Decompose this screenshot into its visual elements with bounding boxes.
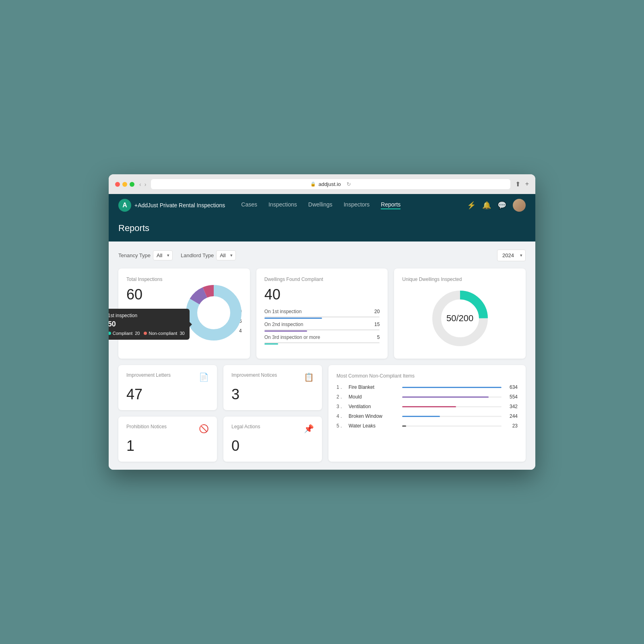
bell-icon[interactable]: 🔔 xyxy=(482,201,491,210)
dwellings-compliant-card: Dwellings Found Compliant 40 On 1st insp… xyxy=(256,268,388,359)
tooltip-compliant-label: Compliant xyxy=(113,331,133,336)
tooltip-non-compliant-value: 30 xyxy=(180,331,184,336)
non-compliant-label: Most Common Non-Compliant Items xyxy=(336,373,518,379)
unique-dwellings-card: Unique Dwellings Inspected 50/200 xyxy=(394,268,526,359)
dw-row-2nd-count: 15 xyxy=(374,322,380,327)
dw-row-3rd-label: On 3rd inspection or more xyxy=(264,334,320,340)
nc-count-3: 342 xyxy=(506,404,518,409)
tenancy-type-filter: Tenancy Type All xyxy=(118,250,173,260)
nav-cases[interactable]: Cases xyxy=(241,201,257,209)
nc-name-1: Fire Blanket xyxy=(349,384,398,390)
dw-row-2nd-label: On 2nd inspection xyxy=(264,322,303,327)
donut-svg xyxy=(182,281,246,345)
back-button[interactable]: ‹ xyxy=(139,181,141,188)
brand: A +AddJust Private Rental Inspections xyxy=(118,199,225,212)
landlord-type-select-wrapper: All xyxy=(216,250,236,260)
tooltip-compliant-dot xyxy=(109,332,111,335)
legal-actions-value: 0 xyxy=(231,438,314,454)
nc-rank-3: 3 . xyxy=(336,404,345,409)
traffic-light-yellow[interactable] xyxy=(122,182,127,187)
share-icon[interactable]: ⬆ xyxy=(515,180,520,188)
year-select-wrapper: 2024 2023 2022 xyxy=(497,250,526,261)
user-avatar[interactable] xyxy=(513,199,526,212)
tooltip-legend: Compliant 20 Non-compliant 30 xyxy=(109,331,185,336)
year-select[interactable]: 2024 2023 2022 xyxy=(497,250,526,261)
unique-donut-container: 50/200 xyxy=(428,286,492,351)
unique-donut-center: 50/200 xyxy=(446,313,473,324)
dw-row-3rd-count: 5 xyxy=(377,334,380,340)
nc-bar-3 xyxy=(402,406,456,407)
nc-name-2: Mould xyxy=(349,394,398,400)
nav-inspections[interactable]: Inspections xyxy=(268,201,297,209)
page-header: Reports xyxy=(109,217,535,242)
new-tab-icon[interactable]: + xyxy=(525,180,529,188)
improvement-notices-icon: 📋 xyxy=(304,372,314,382)
traffic-light-red[interactable] xyxy=(115,182,120,187)
prohibition-notices-card: Prohibition Notices 🚫 1 xyxy=(118,417,217,462)
address-bar[interactable]: 🔒 addjust.io ↻ xyxy=(151,179,510,189)
nc-name-4: Broken Window xyxy=(349,413,398,419)
filters-left: Tenancy Type All Landlord Type All xyxy=(118,250,236,260)
landlord-type-select[interactable]: All xyxy=(216,250,236,260)
nc-bar-bg-4 xyxy=(402,416,502,417)
dwellings-row-1st: On 1st inspection 20 xyxy=(264,309,380,318)
browser-nav: ‹ › xyxy=(139,181,146,188)
tenancy-type-select-wrapper: All xyxy=(153,250,173,260)
legal-actions-icon: 📌 xyxy=(304,424,314,433)
dw-progress-1st-bg xyxy=(264,316,380,318)
nc-item-5: 5 . Water Leaks 23 xyxy=(336,423,518,429)
url-text: addjust.io xyxy=(318,181,341,187)
dw-row-1st-count: 20 xyxy=(374,309,380,314)
nav-links: Cases Inspections Dwellings Inspectors R… xyxy=(241,201,467,209)
nav-reports[interactable]: Reports xyxy=(381,201,400,209)
improvement-letters-icon: 📄 xyxy=(199,372,209,382)
dwellings-row-3rd: On 3rd inspection or more 5 xyxy=(264,334,380,343)
landlord-type-label: Landlord Type xyxy=(181,252,214,258)
tooltip-compliant-value: 20 xyxy=(135,331,140,336)
refresh-icon[interactable]: ↻ xyxy=(347,181,351,187)
page-title: Reports xyxy=(118,223,526,233)
page-content: Tenancy Type All Landlord Type All xyxy=(109,242,535,470)
dw-progress-1st xyxy=(264,318,322,319)
chat-icon[interactable]: 💬 xyxy=(497,201,506,210)
prohibition-notices-label: Prohibition Notices xyxy=(126,424,167,429)
top-cards-grid: Total Inspections 60 1st Inspection 50 2… xyxy=(118,268,526,359)
nc-bar-bg-2 xyxy=(402,396,502,398)
tenancy-type-select[interactable]: All xyxy=(153,250,173,260)
nav-dwellings[interactable]: Dwellings xyxy=(308,201,332,209)
nc-name-5: Water Leaks xyxy=(349,423,398,429)
prohibition-notices-icon: 🚫 xyxy=(199,424,209,433)
nc-name-3: Ventilation xyxy=(349,404,398,409)
forward-button[interactable]: › xyxy=(144,181,147,188)
nc-item-3: 3 . Ventilation 342 xyxy=(336,404,518,409)
dwellings-row-2nd: On 2nd inspection 15 xyxy=(264,322,380,330)
tooltip-non-compliant-label: Non-compliant xyxy=(149,331,177,336)
unique-dwellings-label: Unique Dwellings Inspected xyxy=(402,277,462,282)
bottom-row: Improvement Letters 📄 47 Prohibition Not… xyxy=(118,365,526,462)
brand-logo: A xyxy=(118,199,131,212)
dw-progress-2nd-bg xyxy=(264,329,380,330)
legal-actions-label: Legal Actions xyxy=(231,424,260,429)
donut-tooltip: 1st inspection 50 Compliant 20 Non-compl… xyxy=(109,309,190,340)
legal-actions-card: Legal Actions 📌 0 xyxy=(223,417,322,462)
tooltip-compliant: Compliant 20 xyxy=(109,331,140,336)
dw-progress-3rd-bg xyxy=(264,342,380,343)
improvement-letters-value: 47 xyxy=(126,386,209,403)
nc-item-2: 2 . Mould 554 xyxy=(336,394,518,400)
traffic-light-green[interactable] xyxy=(130,182,134,187)
nc-bar-bg-3 xyxy=(402,406,502,407)
nc-bar-2 xyxy=(402,396,489,398)
improvement-notices-label: Improvement Notices xyxy=(231,372,277,378)
unique-dwellings-value: 50/200 xyxy=(446,313,473,323)
tooltip-title: 1st inspection xyxy=(109,313,185,318)
nc-bar-bg-1 xyxy=(402,387,502,388)
improvement-notices-card: Improvement Notices 📋 3 xyxy=(223,365,322,410)
nav-inspectors[interactable]: Inspectors xyxy=(344,201,370,209)
tooltip-non-compliant-dot xyxy=(144,332,147,335)
landlord-type-filter: Landlord Type All xyxy=(181,250,236,260)
nc-bar-4 xyxy=(402,416,440,417)
nc-item-1: 1 . Fire Blanket 634 xyxy=(336,384,518,390)
nc-count-1: 634 xyxy=(506,384,518,390)
lightning-icon[interactable]: ⚡ xyxy=(467,201,476,210)
improvement-notices-value: 3 xyxy=(231,386,314,403)
